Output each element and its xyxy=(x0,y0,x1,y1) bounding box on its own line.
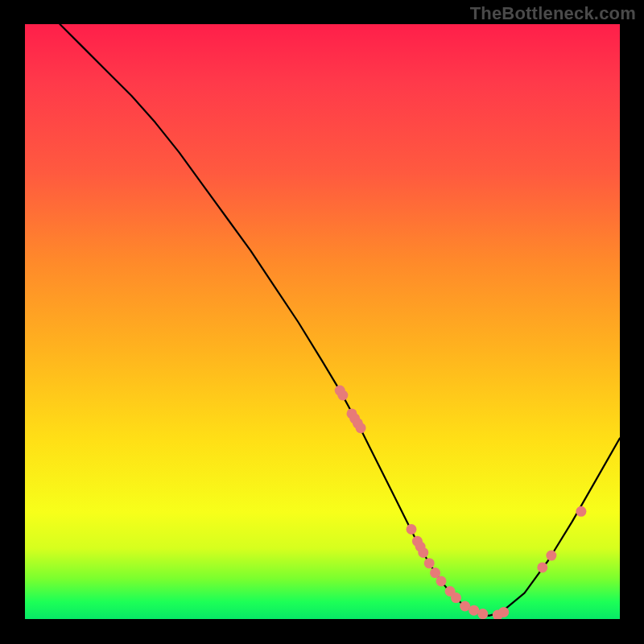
data-point xyxy=(576,506,586,517)
plot-area xyxy=(24,24,620,620)
data-point xyxy=(424,558,435,568)
watermark-text: TheBottleneck.com xyxy=(470,3,636,24)
data-point xyxy=(498,607,509,617)
chart-frame: TheBottleneck.com xyxy=(0,0,644,644)
data-point xyxy=(477,609,488,619)
highlighted-points-group xyxy=(335,386,587,621)
data-point xyxy=(546,551,556,561)
data-point xyxy=(469,605,479,616)
data-point xyxy=(356,423,366,433)
data-point xyxy=(460,601,470,611)
x-axis-line xyxy=(24,619,620,621)
y-axis-line xyxy=(23,24,25,620)
bottleneck-curve xyxy=(60,24,620,616)
data-point xyxy=(407,524,417,535)
data-point xyxy=(436,576,447,586)
data-point xyxy=(537,562,547,572)
data-point xyxy=(337,390,348,401)
data-point xyxy=(418,547,428,558)
data-point xyxy=(451,592,461,603)
chart-svg xyxy=(24,24,620,620)
